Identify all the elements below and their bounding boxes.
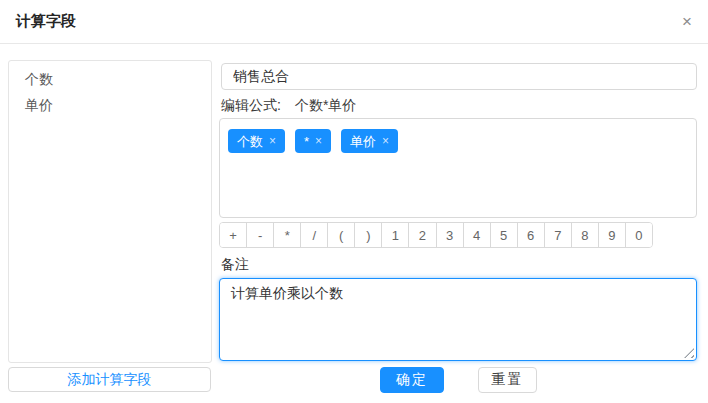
formula-token[interactable]: 个数 × (228, 129, 285, 153)
keypad-key[interactable]: 2 (409, 223, 436, 247)
note-textarea-wrap: 计算单价乘以个数 (219, 278, 697, 361)
dialog-title: 计算字段 (16, 12, 76, 31)
formula-token[interactable]: 单价 × (341, 129, 398, 153)
formula-token-label: 个数 (237, 135, 263, 148)
field-list-item[interactable]: 单价 (9, 92, 211, 118)
formula-caption: 编辑公式: 个数*单价 (221, 98, 356, 114)
keypad-key[interactable]: 5 (491, 223, 518, 247)
close-icon[interactable]: × (682, 13, 692, 30)
keypad-key[interactable]: * (274, 223, 301, 247)
add-calculated-field-button[interactable]: 添加计算字段 (8, 367, 211, 392)
keypad-key[interactable]: 3 (437, 223, 464, 247)
formula-preview: 个数*单价 (295, 97, 356, 115)
dialog-header: 计算字段 × (0, 0, 708, 44)
keypad-key[interactable]: + (220, 223, 247, 247)
formula-token[interactable]: * × (295, 129, 331, 153)
keypad-key[interactable]: 1 (382, 223, 409, 247)
keypad-key[interactable]: 4 (464, 223, 491, 247)
keypad-key[interactable]: / (301, 223, 328, 247)
keypad-key[interactable]: 0 (626, 223, 652, 247)
formula-token-label: 单价 (350, 135, 376, 148)
field-list-item[interactable]: 个数 (9, 66, 211, 92)
keypad-key[interactable]: ( (328, 223, 355, 247)
operator-keypad: + - * / ( ) 1 2 3 4 5 6 7 8 9 0 (219, 222, 653, 248)
remove-token-icon[interactable]: × (269, 135, 276, 147)
keypad-key[interactable]: 9 (599, 223, 626, 247)
keypad-key[interactable]: ) (355, 223, 382, 247)
reset-button[interactable]: 重置 (478, 367, 537, 393)
formula-label: 编辑公式: (221, 97, 281, 115)
field-name-input[interactable] (221, 63, 697, 90)
keypad-key[interactable]: 6 (518, 223, 545, 247)
field-list: 个数 单价 (8, 60, 212, 363)
note-textarea[interactable]: 计算单价乘以个数 (219, 278, 697, 361)
remove-token-icon[interactable]: × (315, 135, 322, 147)
formula-editor-area[interactable]: 个数 × * × 单价 × (219, 118, 697, 218)
calculated-field-dialog: 计算字段 × 个数 单价 添加计算字段 编辑公式: 个数*单价 个数 × * ×… (0, 0, 708, 403)
keypad-key[interactable]: - (247, 223, 274, 247)
remove-token-icon[interactable]: × (382, 135, 389, 147)
confirm-button[interactable]: 确定 (380, 367, 444, 393)
keypad-key[interactable]: 7 (545, 223, 572, 247)
keypad-key[interactable]: 8 (572, 223, 599, 247)
formula-token-label: * (304, 135, 309, 148)
note-label: 备注 (221, 256, 249, 274)
